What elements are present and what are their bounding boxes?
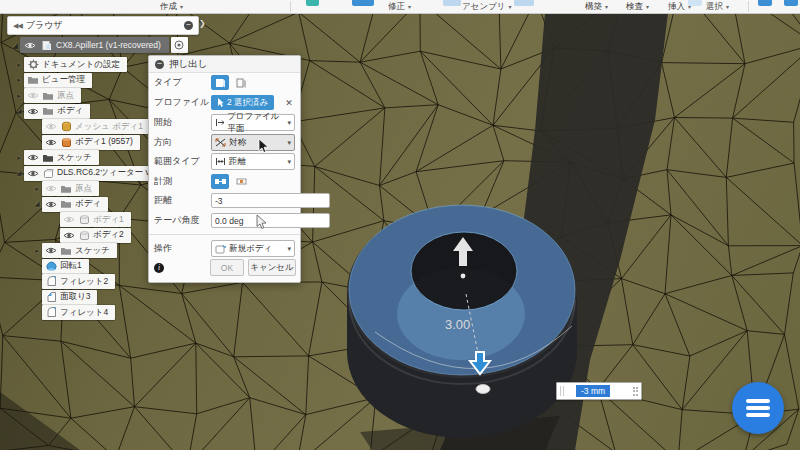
tree-item-label: スケッチ bbox=[75, 245, 110, 257]
measure-option-2-icon[interactable] bbox=[232, 174, 250, 189]
extent-type-dropdown[interactable]: 距離 bbox=[211, 153, 295, 170]
expand-arrow-icon[interactable]: ▸ bbox=[14, 76, 24, 84]
toolbar-icon[interactable] bbox=[784, 0, 798, 6]
tree-item-label: スケッチ bbox=[57, 152, 92, 164]
tree-item[interactable]: ボディ2 bbox=[50, 228, 131, 243]
tree-item[interactable]: ▸スケッチ bbox=[32, 243, 117, 258]
expand-arrow-icon[interactable]: ▸ bbox=[14, 154, 24, 162]
dimension-input-value[interactable]: -3 mm bbox=[576, 385, 610, 397]
visibility-eye-icon[interactable] bbox=[45, 246, 57, 255]
tree-item[interactable]: ◢DLS.RC6.2ツィーター v bbox=[14, 166, 157, 181]
symmetric-icon bbox=[215, 138, 226, 147]
grip-point[interactable] bbox=[476, 385, 490, 394]
type-thin-extrude-icon[interactable] bbox=[232, 75, 250, 90]
tree-item[interactable]: ▸ビュー管理 bbox=[14, 73, 92, 88]
browser-panel-title: ブラウザ bbox=[26, 19, 184, 32]
expand-arrow-icon[interactable]: ◢ bbox=[32, 200, 42, 208]
menu-4[interactable]: 構築 bbox=[585, 1, 608, 13]
type-extrude-icon[interactable] bbox=[211, 75, 229, 90]
taper-angle-input[interactable] bbox=[211, 213, 330, 228]
expand-arrow-icon[interactable]: ▸ bbox=[32, 247, 42, 255]
menu-6[interactable]: 挿入 bbox=[668, 1, 691, 13]
expand-arrow-icon[interactable]: ▸ bbox=[14, 61, 24, 69]
expand-arrow-icon[interactable]: ▸ bbox=[14, 92, 24, 100]
activate-component-radio[interactable] bbox=[171, 37, 188, 53]
visibility-eye-icon[interactable] bbox=[45, 184, 57, 193]
expand-arrow-icon[interactable]: ◢ bbox=[14, 107, 24, 115]
mouse-cursor bbox=[258, 139, 270, 154]
folder-icon bbox=[42, 106, 54, 117]
panel-minimize-icon[interactable]: − bbox=[184, 21, 193, 30]
browser-panel-header[interactable]: ◀◀ ブラウザ − bbox=[7, 16, 199, 35]
measure-option-1-icon[interactable] bbox=[211, 174, 229, 189]
toolbar-icon[interactable] bbox=[758, 0, 772, 6]
tree-item[interactable]: ボディ1 (9557) bbox=[32, 135, 140, 150]
toolbar-icon[interactable] bbox=[306, 0, 319, 6]
mouse-cursor-ghost bbox=[256, 215, 268, 230]
dimension-box-drag-handle[interactable] bbox=[633, 387, 639, 396]
expand-arrow-icon[interactable]: ◢ bbox=[14, 169, 24, 177]
distance-input[interactable] bbox=[211, 193, 330, 208]
direction-dropdown[interactable]: 対称 bbox=[211, 134, 295, 151]
menu-7[interactable]: 選択 bbox=[706, 1, 729, 13]
tree-item[interactable]: フィレット4 bbox=[32, 305, 115, 320]
tree-item[interactable]: メッシュ ボディ1 bbox=[32, 119, 150, 134]
visibility-eye-icon[interactable] bbox=[27, 169, 39, 178]
visibility-eye-icon[interactable] bbox=[24, 41, 36, 50]
visibility-eye-icon[interactable] bbox=[27, 153, 39, 162]
extrude-dialog: − 押し出し タイプ プロファイル 2 選択済み ✕ bbox=[148, 55, 301, 283]
tree-item[interactable]: ▸原点 bbox=[14, 88, 81, 103]
visibility-eye-icon[interactable] bbox=[27, 107, 39, 116]
menu-2[interactable]: 修正 bbox=[388, 1, 411, 13]
visibility-eye-icon[interactable] bbox=[45, 200, 57, 209]
tree-item-label: 原点 bbox=[57, 90, 74, 102]
clear-selection-icon[interactable]: ✕ bbox=[285, 98, 293, 108]
toolbar-divider bbox=[748, 1, 749, 12]
menu-1[interactable]: 作成 bbox=[160, 1, 183, 13]
fillet-icon bbox=[45, 307, 57, 318]
dimension-input-box[interactable]: -3 mm bbox=[556, 382, 642, 400]
profile-selection-chip[interactable]: 2 選択済み bbox=[211, 95, 274, 110]
start-dropdown[interactable]: プロファイル平面 bbox=[211, 114, 295, 131]
expand-arrow-icon[interactable]: ▸ bbox=[32, 185, 42, 193]
visibility-eye-icon[interactable] bbox=[45, 122, 57, 131]
tree-item[interactable]: ボディ1 bbox=[50, 212, 131, 227]
dimension-box-grip[interactable] bbox=[560, 386, 564, 396]
tree-item[interactable]: ▸スケッチ bbox=[14, 150, 99, 165]
tree-item[interactable]: ◢ボディ bbox=[32, 197, 108, 212]
menu-3[interactable]: アセンブリ bbox=[462, 1, 512, 13]
collapse-chevrons-icon[interactable]: ◀◀ bbox=[13, 22, 22, 30]
component-icon bbox=[42, 168, 54, 179]
chamfer-icon bbox=[45, 292, 57, 303]
toolbar-icon[interactable] bbox=[443, 0, 461, 6]
operation-dropdown[interactable]: 新規ボディ bbox=[211, 240, 295, 257]
tree-item[interactable]: ▸ドキュメントの設定 bbox=[14, 57, 127, 72]
toolbar-icon[interactable] bbox=[352, 0, 374, 6]
tree-item-label: ボディ bbox=[75, 198, 101, 210]
visibility-eye-icon[interactable] bbox=[63, 231, 75, 240]
ok-button[interactable]: OK bbox=[210, 259, 244, 276]
dialog-header[interactable]: − 押し出し bbox=[149, 56, 300, 73]
tree-item[interactable]: フィレット2 bbox=[32, 274, 115, 289]
menu-5[interactable]: 検査 bbox=[626, 1, 649, 13]
tree-item[interactable]: 回転1 bbox=[32, 259, 89, 274]
dialog-feature-icon: − bbox=[155, 60, 164, 69]
cancel-button[interactable]: キャンセル bbox=[248, 259, 296, 276]
browser-root-item[interactable]: ◢ CX8.Apiller1 (v1-recovered) bbox=[10, 37, 188, 53]
expand-arrow-icon[interactable]: ◢ bbox=[10, 41, 20, 50]
toolbar-icon[interactable] bbox=[514, 0, 534, 6]
info-icon[interactable]: i bbox=[154, 263, 164, 273]
visibility-eye-icon[interactable] bbox=[63, 215, 75, 224]
distance-icon bbox=[215, 157, 226, 166]
tree-item[interactable]: 面取り3 bbox=[32, 290, 97, 305]
dialog-divider bbox=[149, 234, 300, 235]
marking-menu-button[interactable] bbox=[732, 382, 784, 434]
body-gray-icon bbox=[78, 230, 90, 241]
tree-item[interactable]: ◢ボディ bbox=[14, 104, 90, 119]
visibility-eye-icon[interactable] bbox=[27, 91, 39, 100]
visibility-eye-icon[interactable] bbox=[45, 138, 57, 147]
tree-item[interactable]: ▸原点 bbox=[32, 181, 99, 196]
panel-collapse-handle[interactable]: ❯ bbox=[199, 19, 206, 28]
toolbar-divider bbox=[290, 1, 291, 12]
profile-selection-count: 2 選択済み bbox=[227, 97, 268, 109]
